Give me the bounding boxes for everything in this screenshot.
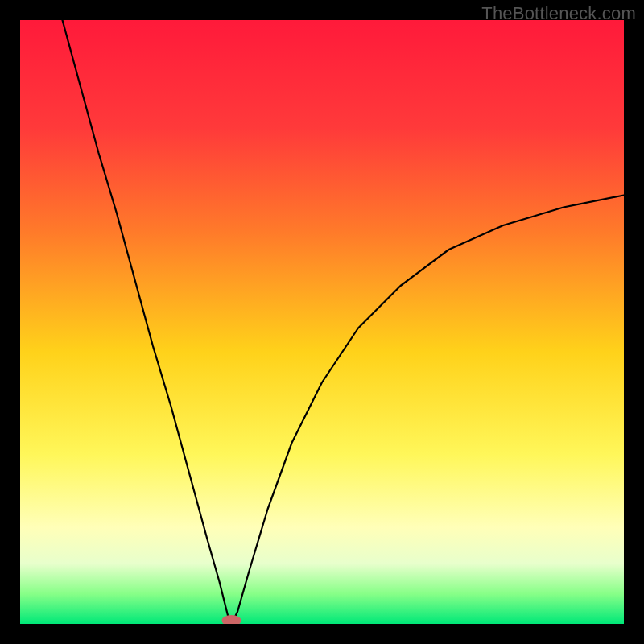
chart-plot-area <box>20 20 624 624</box>
chart-frame: TheBottleneck.com <box>0 0 644 644</box>
chart-background <box>20 20 624 624</box>
chart-svg <box>20 20 624 624</box>
watermark-text: TheBottleneck.com <box>481 3 636 24</box>
